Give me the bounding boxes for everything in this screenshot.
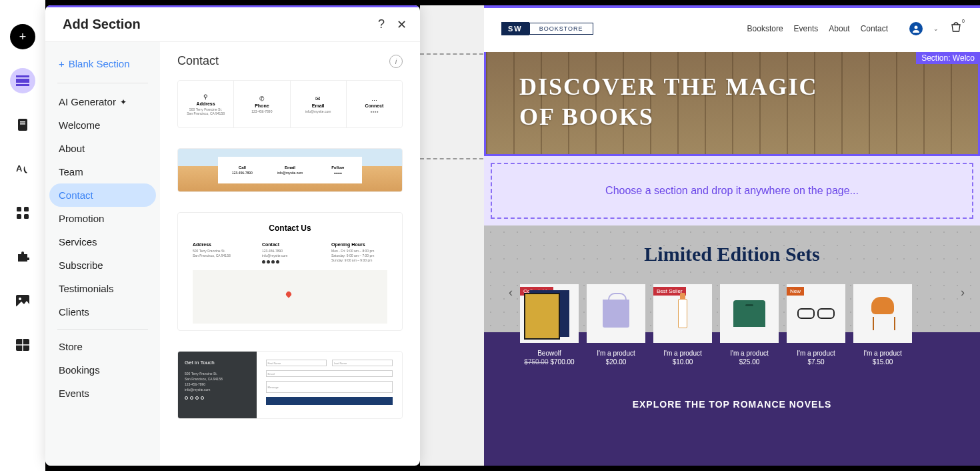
preview-cell: …Connect●●●● <box>347 81 402 127</box>
preview-cell: Call123-456-7890 <box>218 157 266 184</box>
preview4-left: Get in Touch500 Terry Francine St.San Fr… <box>178 352 257 418</box>
pages-button[interactable] <box>10 112 35 137</box>
media-button[interactable] <box>10 288 35 314</box>
drop-zone[interactable]: Choose a section and drop it anywhere on… <box>484 156 980 225</box>
category-services[interactable]: Services <box>49 230 156 254</box>
plus-icon: + <box>59 58 65 69</box>
preview-cell: ✆Phone123-456-7890 <box>234 81 290 127</box>
product-card[interactable]: I'm a product$15.00 <box>853 284 912 366</box>
preview-cell: ⚲Address500 Terry Francine St.San Franci… <box>178 81 234 127</box>
hero-line2: OF BOOKS <box>519 103 654 130</box>
category-events[interactable]: Events <box>49 382 156 405</box>
category-subscribe[interactable]: Subscribe <box>49 254 156 277</box>
account-avatar[interactable] <box>909 22 923 35</box>
preview-col: Address500 Terry Francine St.San Francis… <box>193 242 249 264</box>
contact-template-1[interactable]: ⚲Address500 Terry Francine St.San Franci… <box>177 80 403 128</box>
category-ai-generator[interactable]: AI Generator✦ <box>49 90 156 113</box>
content-title: Contact <box>177 54 389 68</box>
preview3-title: Contact Us <box>193 223 387 233</box>
chevron-down-icon[interactable]: ⌄ <box>933 25 939 32</box>
preview-cell: Follow●●●● <box>314 157 362 184</box>
svg-rect-10 <box>24 214 29 219</box>
section-icon <box>16 75 29 86</box>
products-title: Limited Edition Sets <box>484 243 980 266</box>
contact-template-4[interactable]: Get in Touch500 Terry Francine St.San Fr… <box>177 351 403 419</box>
category-store[interactable]: Store <box>49 335 156 358</box>
svg-rect-3 <box>18 119 27 131</box>
close-button[interactable]: ✕ <box>397 17 407 32</box>
site-logo[interactable]: SW BOOKSTORE <box>501 22 593 35</box>
blank-section-label: Blank Section <box>69 58 130 69</box>
table-icon <box>16 339 29 351</box>
guide-line <box>420 53 483 55</box>
nav-about[interactable]: About <box>829 24 849 33</box>
addons-button[interactable] <box>10 244 35 270</box>
svg-rect-5 <box>20 123 25 125</box>
sections-button[interactable] <box>10 68 35 93</box>
cart-count: 0 <box>962 19 965 23</box>
help-button[interactable]: ? <box>378 17 385 31</box>
person-icon <box>912 25 920 33</box>
products-section: Limited Edition Sets ‹ › CollectableBeow… <box>484 225 980 423</box>
nav-contact[interactable]: Contact <box>861 24 888 33</box>
product-card[interactable]: I'm a product$25.00 <box>720 284 779 366</box>
svg-rect-4 <box>20 121 25 123</box>
nav-events[interactable]: Events <box>794 24 819 33</box>
hero-section[interactable]: DISCOVER THE MAGICOF BOOKS <box>484 52 980 156</box>
category-promotion[interactable]: Promotion <box>49 207 156 230</box>
section-templates: Contact i ⚲Address500 Terry Francine St.… <box>160 42 420 466</box>
cart-button[interactable]: 0 <box>949 21 963 37</box>
svg-point-16 <box>915 26 918 29</box>
category-sidebar: + Blank Section AI Generator✦WelcomeAbou… <box>45 42 160 466</box>
info-icon[interactable]: i <box>389 55 403 68</box>
category-about[interactable]: About <box>49 137 156 160</box>
contact-template-3[interactable]: Contact Us Address500 Terry Francine St.… <box>177 212 403 331</box>
panel-body: + Blank Section AI Generator✦WelcomeAbou… <box>45 42 420 466</box>
svg-rect-7 <box>17 207 21 211</box>
product-card[interactable]: I'm a product$20.00 <box>587 284 645 366</box>
puzzle-icon <box>16 250 29 264</box>
apps-button[interactable] <box>10 200 35 225</box>
category-team[interactable]: Team <box>49 160 156 183</box>
hero-line1: DISCOVER THE MAGIC <box>519 73 817 100</box>
hero-text: DISCOVER THE MAGICOF BOOKS <box>486 52 978 152</box>
content-header: Contact i <box>177 54 403 68</box>
layout-button[interactable] <box>10 332 35 358</box>
carousel-next[interactable]: › <box>956 282 969 302</box>
blank-section-button[interactable]: + Blank Section <box>49 51 156 76</box>
design-button[interactable]: A <box>10 156 35 181</box>
panel-header: Add Section ? ✕ <box>45 7 420 42</box>
svg-rect-2 <box>16 84 29 86</box>
category-contact[interactable]: Contact <box>49 183 156 207</box>
product-card[interactable]: CollectableBeowolf$750.00$700.00 <box>520 284 579 366</box>
nav-bookstore[interactable]: Bookstore <box>747 24 783 33</box>
page-icon <box>17 118 29 131</box>
logo-mark: SW <box>501 22 529 35</box>
contact-template-2[interactable]: Call123-456-7890Emailinfo@mysite.comFoll… <box>177 148 403 192</box>
preview-col: Contact123-456-7890info@mysite.com <box>262 242 318 264</box>
image-icon <box>16 295 29 307</box>
product-card[interactable]: NewI'm a product$7.50 <box>787 284 845 366</box>
left-toolbar: + A <box>0 0 45 471</box>
preview4-right: First NameLast NameEmailMessage <box>257 352 402 418</box>
divider <box>57 329 148 330</box>
add-section-panel: Add Section ? ✕ + Blank Section AI Gener… <box>45 5 420 466</box>
svg-rect-9 <box>17 214 21 219</box>
category-clients[interactable]: Clients <box>49 300 156 324</box>
category-bookings[interactable]: Bookings <box>49 358 156 382</box>
category-welcome[interactable]: Welcome <box>49 113 156 137</box>
panel-title: Add Section <box>63 17 366 32</box>
plus-icon: + <box>16 30 29 43</box>
grid-icon <box>17 207 29 219</box>
category-testimonials[interactable]: Testimonials <box>49 277 156 300</box>
svg-point-12 <box>19 298 21 300</box>
svg-rect-1 <box>16 79 29 83</box>
add-button[interactable]: + <box>10 24 35 49</box>
carousel-prev[interactable]: ‹ <box>504 282 517 302</box>
product-card[interactable]: Best SellerI'm a product$10.00 <box>653 284 712 366</box>
site-preview: SW BOOKSTORE BookstoreEventsAboutContact… <box>484 5 980 466</box>
site-nav: BookstoreEventsAboutContact ⌄ 0 <box>747 21 963 37</box>
sparkle-icon: ✦ <box>120 97 127 107</box>
guide-line <box>420 158 483 159</box>
preview-cell: Emailinfo@mysite.com <box>266 157 314 184</box>
